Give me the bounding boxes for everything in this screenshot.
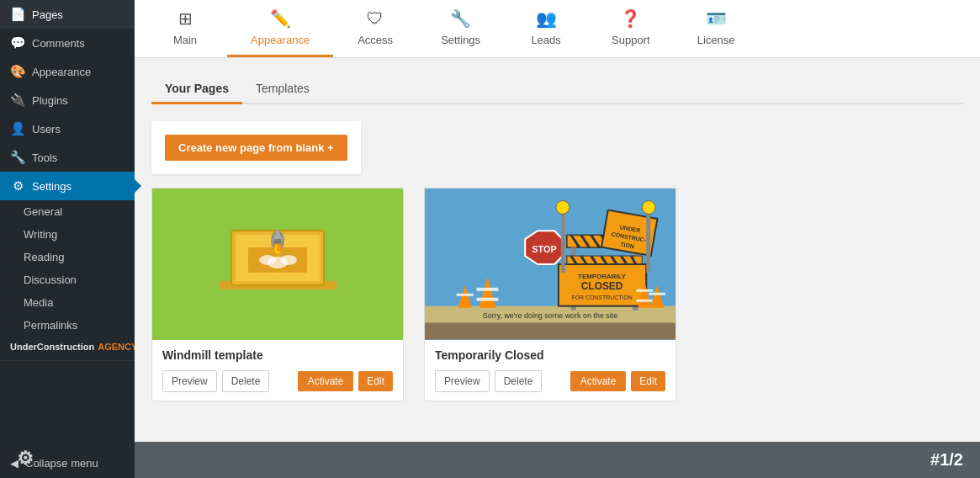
svg-text:FOR CONSTRUCTION: FOR CONSTRUCTION [571, 295, 632, 300]
svg-rect-54 [646, 210, 650, 273]
construction-svg: Sorry, we're doing some work on the site [425, 189, 675, 340]
activate-button-windmill[interactable]: Activate [298, 371, 354, 391]
pagination-label: #1/2 [930, 450, 963, 470]
tab-templates[interactable]: Templates [242, 75, 323, 104]
sidebar-sub-discussion[interactable]: Discussion [0, 268, 135, 291]
windmill-svg [193, 197, 362, 332]
tab-main-label: Main [173, 34, 197, 46]
sidebar-sub-menu: General Writing Reading Discussion Media… [0, 200, 135, 337]
license-tab-icon: 🪪 [706, 8, 727, 29]
templates-grid: Windmill template Preview Delete Activat… [151, 188, 963, 401]
sidebar-item-label: Settings [32, 180, 72, 193]
template-thumbnail-construction: Sorry, we're doing some work on the site [425, 189, 675, 340]
edit-button-windmill[interactable]: Edit [358, 371, 393, 391]
sidebar-divider [0, 360, 135, 361]
agency-badge: AGENCY [98, 342, 137, 352]
appearance-icon: 🎨 [10, 64, 25, 79]
tab-main[interactable]: ⊞ Main [143, 0, 227, 57]
sidebar-sub-general[interactable]: General [0, 200, 135, 223]
svg-point-13 [280, 255, 297, 265]
svg-rect-20 [477, 298, 499, 301]
tools-icon: 🔧 [10, 150, 25, 165]
template-name-windmill: Windmill template [162, 348, 393, 362]
sidebar-item-tools[interactable]: 🔧 Tools [0, 143, 135, 172]
sidebar-item-label: Appearance [32, 66, 91, 78]
svg-text:TEMPORARILY: TEMPORARILY [578, 273, 627, 280]
template-name-construction: Temporarily Closed [435, 348, 665, 362]
main-content: ⊞ Main ✏️ Appearance 🛡 Access 🔧 Settings… [135, 0, 980, 478]
underconstruction-brand[interactable]: UnderConstruction AGENCY [0, 337, 135, 357]
create-page-area: Create new page from blank + [151, 121, 361, 174]
sidebar-item-comments[interactable]: 💬 Comments [0, 29, 135, 57]
template-card-windmill: Windmill template Preview Delete Activat… [151, 188, 404, 401]
construction-thumbnail-bg: Sorry, we're doing some work on the site [425, 189, 675, 340]
sidebar-item-pages[interactable]: 📄 Pages [0, 0, 135, 29]
sidebar-item-label: Tools [32, 151, 57, 164]
users-icon: 👤 [10, 121, 25, 136]
access-tab-icon: 🛡 [367, 9, 384, 29]
svg-text:STOP: STOP [532, 244, 557, 254]
sidebar-item-label: Plugins [32, 94, 68, 107]
delete-button-windmill[interactable]: Delete [222, 370, 270, 392]
sidebar-item-plugins[interactable]: 🔌 Plugins [0, 86, 135, 114]
sidebar-item-label: Comments [32, 37, 85, 50]
svg-point-10 [277, 243, 282, 252]
tab-leads-label: Leads [531, 34, 560, 46]
plugin-nav: ⊞ Main ✏️ Appearance 🛡 Access 🔧 Settings… [135, 0, 980, 58]
sidebar-item-users[interactable]: 👤 Users [0, 114, 135, 143]
tab-leads[interactable]: 👥 Leads [504, 0, 588, 57]
svg-point-55 [642, 201, 655, 215]
edit-button-construction[interactable]: Edit [631, 371, 665, 391]
tab-license[interactable]: 🪪 License [674, 0, 759, 57]
tab-appearance-label: Appearance [251, 34, 310, 46]
svg-rect-57 [636, 289, 653, 292]
pages-icon: 📄 [10, 7, 25, 22]
sidebar: 📄 Pages 💬 Comments 🎨 Appearance 🔌 Plugin… [0, 0, 135, 478]
template-info-windmill: Windmill template Preview Delete Activat… [152, 340, 403, 401]
comments-icon: 💬 [10, 35, 25, 50]
activate-button-construction[interactable]: Activate [570, 371, 627, 391]
plugins-icon: 🔌 [10, 93, 25, 108]
sidebar-sub-reading[interactable]: Reading [0, 246, 135, 268]
sidebar-item-appearance[interactable]: 🎨 Appearance [0, 57, 135, 86]
tab-appearance[interactable]: ✏️ Appearance [227, 0, 333, 57]
svg-text:Sorry, we're doing some work o: Sorry, we're doing some work on the site [483, 311, 618, 320]
content-area: Your Pages Templates Create new page fro… [135, 58, 980, 442]
template-card-temporarily-closed: Sorry, we're doing some work on the site [424, 188, 676, 401]
windmill-thumbnail-bg [152, 189, 403, 340]
tab-your-pages[interactable]: Your Pages [151, 75, 242, 104]
sidebar-item-label: Pages [32, 8, 63, 21]
tab-support[interactable]: ❓ Support [588, 0, 674, 57]
appearance-tab-icon: ✏️ [270, 8, 291, 29]
svg-point-53 [556, 201, 569, 215]
delete-button-construction[interactable]: Delete [495, 370, 543, 392]
tab-access-label: Access [358, 34, 393, 46]
tab-access[interactable]: 🛡 Access [333, 1, 417, 57]
svg-rect-22 [457, 294, 474, 296]
page-tabs: Your Pages Templates [151, 75, 963, 104]
template-info-construction: Temporarily Closed Preview Delete Activa… [425, 340, 675, 401]
tab-support-label: Support [612, 34, 650, 46]
sidebar-sub-media[interactable]: Media [0, 291, 135, 314]
sidebar-sub-writing[interactable]: Writing [0, 223, 135, 246]
main-tab-icon: ⊞ [178, 8, 193, 29]
tab-settings[interactable]: 🔧 Settings [417, 0, 504, 57]
svg-rect-7 [274, 239, 281, 244]
create-new-page-button[interactable]: Create new page from blank + [165, 135, 347, 161]
underconstruction-name: UnderConstruction [10, 342, 94, 352]
support-tab-icon: ❓ [620, 8, 641, 29]
sidebar-item-settings[interactable]: ⚙ Settings [0, 172, 135, 200]
collapse-label: Collapse menu [25, 457, 98, 470]
svg-rect-19 [477, 288, 499, 291]
preview-button-windmill[interactable]: Preview [162, 370, 217, 392]
preview-button-construction[interactable]: Preview [435, 370, 490, 392]
svg-rect-52 [561, 210, 565, 273]
tab-license-label: License [697, 34, 735, 46]
footer: ⚙ #1/2 [135, 442, 980, 478]
svg-text:CLOSED: CLOSED [581, 280, 623, 292]
settings-tab-icon: 🔧 [450, 8, 471, 29]
tab-settings-label: Settings [441, 34, 480, 46]
sidebar-sub-permalinks[interactable]: Permalinks [0, 314, 135, 337]
leads-tab-icon: 👥 [536, 8, 557, 29]
svg-rect-60 [649, 293, 665, 295]
